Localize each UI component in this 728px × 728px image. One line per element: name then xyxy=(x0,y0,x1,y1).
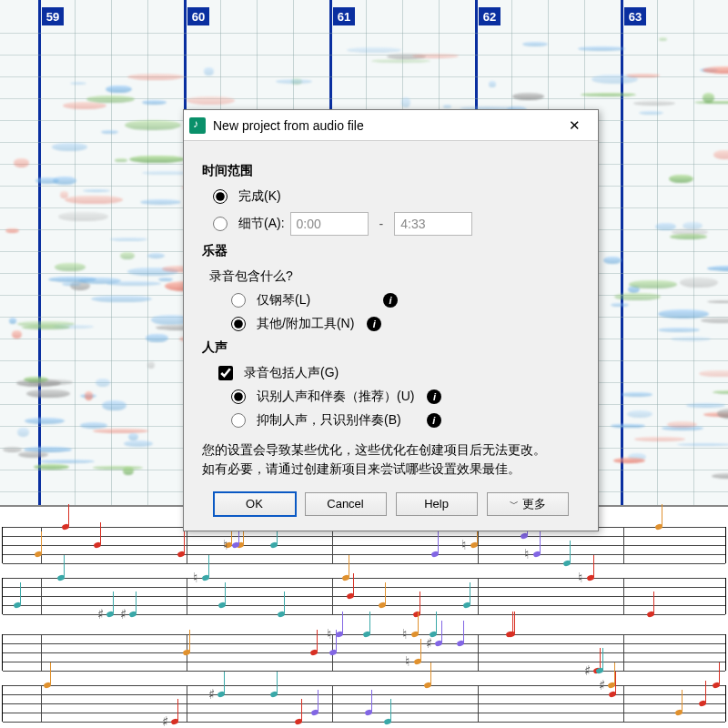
instrument-heading: 乐器 xyxy=(202,243,580,259)
radio-recognize-label: 识别人声和伴奏（推荐）(U) xyxy=(257,389,414,405)
chevron-down-icon: ﹀ xyxy=(510,498,519,511)
radio-suppress-input[interactable] xyxy=(231,413,246,428)
radio-complete[interactable]: 完成(K) xyxy=(213,188,580,205)
dialog-button-row: OK Cancel Help ﹀更多 xyxy=(202,492,580,516)
more-button[interactable]: ﹀更多 xyxy=(487,492,569,516)
bar-number-badge: 62 xyxy=(479,7,500,25)
bar-number-badge: 63 xyxy=(624,7,646,25)
radio-piano-input[interactable] xyxy=(231,293,246,308)
help-button[interactable]: Help xyxy=(396,492,478,516)
bar-number-badge: 61 xyxy=(333,7,355,25)
info-icon[interactable]: i xyxy=(367,317,381,331)
settings-note: 您的设置会导致某些优化，这些优化在创建项目后无法更改。 如有必要，请通过创建新项… xyxy=(202,441,580,480)
dialog-title: New project from audio file xyxy=(213,118,556,133)
radio-other-instruments[interactable]: 其他/附加工具(N) i xyxy=(231,316,580,332)
bar-number-badge: 60 xyxy=(187,7,209,25)
dialog-titlebar[interactable]: New project from audio file ✕ xyxy=(184,110,598,141)
radio-other-label: 其他/附加工具(N) xyxy=(257,316,354,332)
radio-complete-input[interactable] xyxy=(213,189,228,204)
radio-piano-only[interactable]: 仅钢琴(L) i xyxy=(231,292,580,308)
radio-detail[interactable]: 细节(A): - xyxy=(213,212,580,236)
time-end-input[interactable] xyxy=(394,212,472,236)
info-icon[interactable]: i xyxy=(427,389,441,404)
radio-piano-label: 仅钢琴(L) xyxy=(257,292,310,308)
time-range-heading: 时间范围 xyxy=(202,163,580,179)
check-vocals-input[interactable] xyxy=(218,366,233,380)
radio-recognize-vocals[interactable]: 识别人声和伴奏（推荐）(U) i xyxy=(231,389,580,405)
app-icon xyxy=(189,117,206,134)
radio-other-input[interactable] xyxy=(231,317,246,331)
radio-suppress-label: 抑制人声，只识别伴奏(B) xyxy=(257,412,401,429)
time-dash: - xyxy=(379,217,384,231)
vocal-heading: 人声 xyxy=(202,339,580,356)
check-vocals-label: 录音包括人声(G) xyxy=(244,365,339,381)
cancel-button[interactable]: Cancel xyxy=(305,492,387,516)
radio-detail-input[interactable] xyxy=(213,217,228,231)
close-icon[interactable]: ✕ xyxy=(556,113,592,138)
new-project-dialog: New project from audio file ✕ 时间范围 完成(K)… xyxy=(183,109,599,531)
bar-number-badge: 59 xyxy=(42,7,64,25)
instrument-question: 录音包含什么? xyxy=(209,268,580,285)
radio-suppress-vocals[interactable]: 抑制人声，只识别伴奏(B) i xyxy=(231,412,580,429)
radio-complete-label: 完成(K) xyxy=(238,188,281,205)
info-icon[interactable]: i xyxy=(427,413,441,428)
score-area: ♮♮♮♮♯♯♮♮♯♯♮♮♯♯♯ xyxy=(0,505,728,728)
radio-recognize-input[interactable] xyxy=(231,389,246,404)
info-icon[interactable]: i xyxy=(383,293,398,308)
radio-detail-label: 细节(A): xyxy=(238,216,285,232)
ok-button[interactable]: OK xyxy=(214,492,296,516)
time-start-input[interactable] xyxy=(290,212,369,236)
check-include-vocals[interactable]: 录音包括人声(G) xyxy=(218,365,580,381)
